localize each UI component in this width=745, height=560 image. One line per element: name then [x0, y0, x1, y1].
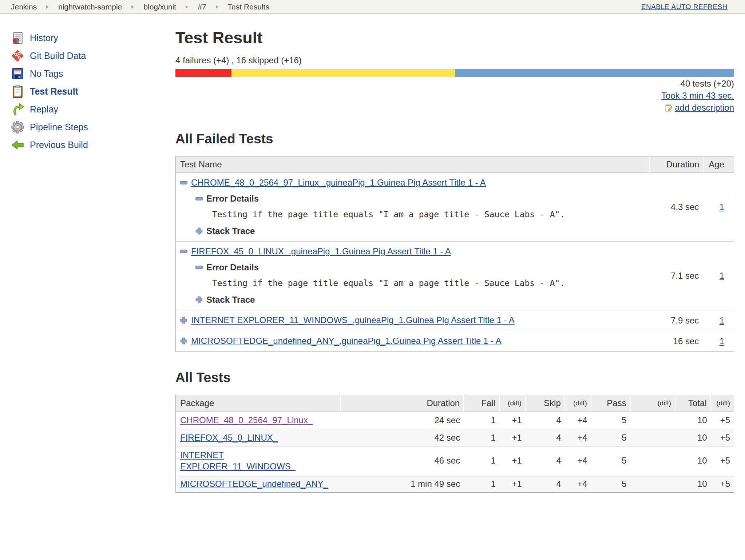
- package-link[interactable]: CHROME_48_0_2564_97_Linux_: [180, 415, 313, 425]
- sidebar-item-replay[interactable]: Replay: [11, 100, 175, 118]
- breadcrumb-item[interactable]: Test Results: [228, 3, 269, 11]
- column-header: Pass: [591, 395, 630, 412]
- expand-icon[interactable]: [180, 317, 187, 324]
- package-row: CHROME_48_0_2564_97_Linux_24 sec1+14+451…: [176, 412, 734, 429]
- breadcrumb-separator-icon: [216, 5, 218, 9]
- package-link[interactable]: INTERNET EXPLORER_11_WINDOWS_: [180, 450, 296, 471]
- failed-test-row: INTERNET EXPLORER_11_WINDOWS_.guineaPig_…: [176, 310, 734, 331]
- expand-icon[interactable]: [195, 227, 203, 235]
- duration-cell: 4.3 sec: [649, 173, 704, 242]
- failed-test-link[interactable]: CHROME_48_0_2564_97_Linux_.guineaPig_1.G…: [191, 177, 486, 188]
- failed-test-row: CHROME_48_0_2564_97_Linux_.guineaPig_1.G…: [176, 173, 734, 242]
- sidebar-item-label[interactable]: History: [30, 33, 58, 43]
- stat-cell: +1: [499, 429, 526, 446]
- clipboard-icon: [11, 85, 24, 98]
- sidebar-item-label[interactable]: Test Result: [30, 86, 78, 97]
- sidebar-item-history[interactable]: History: [11, 29, 175, 47]
- breadcrumb-separator-icon: [186, 5, 188, 9]
- stat-cell: 46 sec: [340, 446, 464, 475]
- sidebar-item-previous-build[interactable]: Previous Build: [11, 136, 175, 154]
- skipped-bar-segment: [231, 69, 455, 77]
- breadcrumb-item[interactable]: #7: [198, 3, 206, 11]
- stat-cell: +5: [711, 412, 734, 429]
- age-link[interactable]: 1: [720, 202, 724, 212]
- expand-icon[interactable]: [180, 337, 187, 345]
- sidebar-item-label[interactable]: No Tags: [30, 68, 63, 79]
- stat-cell: 42 sec: [340, 429, 464, 446]
- column-header: (diff): [499, 395, 526, 412]
- age-link[interactable]: 1: [720, 271, 724, 281]
- stat-cell: +4: [565, 412, 591, 429]
- stat-cell: 4: [526, 412, 565, 429]
- age-link[interactable]: 1: [720, 336, 724, 346]
- collapse-icon[interactable]: [195, 264, 203, 271]
- add-description-link[interactable]: add description: [675, 102, 734, 113]
- stat-cell: 24 sec: [340, 412, 464, 429]
- collapse-icon[interactable]: [180, 179, 187, 186]
- stat-cell: +4: [565, 429, 591, 446]
- previous-build-icon: [11, 138, 24, 152]
- failure-summary: 4 failures (+4) , 16 skipped (+16): [175, 55, 734, 65]
- column-header: Fail: [464, 395, 499, 412]
- stat-cell: 5: [591, 429, 630, 446]
- stat-cell: [630, 475, 675, 493]
- failed-test-link[interactable]: INTERNET EXPLORER_11_WINDOWS_.guineaPig_…: [191, 315, 515, 326]
- main-content: Test Result 4 failures (+4) , 16 skipped…: [175, 14, 745, 493]
- gear-icon: [11, 120, 24, 134]
- notepad-pencil-icon: [665, 103, 674, 112]
- stat-cell: +5: [711, 475, 734, 493]
- collapse-icon[interactable]: [180, 248, 187, 255]
- collapse-icon[interactable]: [195, 195, 203, 202]
- package-link[interactable]: FIREFOX_45_0_LINUX_: [180, 433, 278, 442]
- package-row: INTERNET EXPLORER_11_WINDOWS_46 sec1+14+…: [176, 446, 734, 475]
- took-duration-link[interactable]: Took 3 min 43 sec.: [661, 90, 734, 101]
- package-row: FIREFOX_45_0_LINUX_42 sec1+14+4510+5: [176, 429, 734, 446]
- failed-test-row: FIREFOX_45_0_LINUX_.guineaPig_1.Guinea P…: [176, 242, 734, 310]
- duration-cell: 16 sec: [649, 331, 704, 352]
- breadcrumb-item[interactable]: blog/xunit: [143, 3, 176, 11]
- replay-icon: [11, 103, 24, 116]
- column-header: (diff): [630, 395, 675, 412]
- sidebar-item-label[interactable]: Pipeline Steps: [30, 122, 88, 132]
- duration-cell: 7.1 sec: [649, 242, 704, 310]
- column-header: Package: [176, 395, 340, 412]
- breadcrumb-item[interactable]: Jenkins: [11, 3, 37, 11]
- sidebar-item-label[interactable]: Previous Build: [30, 140, 88, 150]
- git-icon: [11, 49, 24, 63]
- sidebar-item-git-build-data[interactable]: Git Build Data: [11, 47, 175, 65]
- stat-cell: +4: [565, 446, 591, 475]
- stat-cell: +5: [711, 429, 734, 446]
- package-link[interactable]: MICROSOFTEDGE_undefined_ANY_: [180, 479, 328, 489]
- breadcrumb-item[interactable]: nightwatch-sample: [58, 3, 122, 11]
- floppy-icon: [11, 67, 24, 80]
- stat-cell: 1: [464, 429, 499, 446]
- tests-count: 40 tests (+20): [175, 78, 734, 89]
- all-tests-heading: All Tests: [175, 370, 734, 385]
- breadcrumb-separator-icon: [131, 5, 134, 9]
- sidebar-item-pipeline-steps[interactable]: Pipeline Steps: [11, 118, 175, 136]
- expand-icon[interactable]: [195, 296, 203, 303]
- passed-bar-segment: [455, 69, 734, 77]
- enable-auto-refresh-link[interactable]: ENABLE AUTO REFRESH: [641, 3, 728, 11]
- stat-cell: 10: [675, 412, 711, 429]
- duration-cell: 7.9 sec: [649, 310, 704, 331]
- stat-cell: +4: [565, 475, 591, 493]
- page-title: Test Result: [175, 28, 734, 47]
- sidebar-item-label[interactable]: Replay: [30, 104, 58, 115]
- stat-cell: +1: [499, 412, 526, 429]
- age-link[interactable]: 1: [720, 315, 724, 325]
- sidebar-item-test-result[interactable]: Test Result: [11, 83, 175, 100]
- column-header: Duration: [340, 395, 464, 412]
- failed-test-link[interactable]: MICROSOFTEDGE_undefined_ANY_.guineaPig_1…: [191, 335, 501, 346]
- stat-cell: [630, 446, 675, 475]
- failed-tests-table: Test Name Duration Age CHROME_48_0_2564_…: [175, 156, 734, 352]
- failed-test-link[interactable]: FIREFOX_45_0_LINUX_.guineaPig_1.Guinea P…: [191, 246, 451, 257]
- stat-cell: 1: [464, 475, 499, 493]
- stat-cell: 4: [526, 446, 565, 475]
- sidebar-item-label[interactable]: Git Build Data: [30, 51, 86, 61]
- sidebar-item-no-tags[interactable]: No Tags: [11, 65, 175, 83]
- stat-cell: +1: [499, 475, 526, 493]
- stat-cell: 1: [464, 412, 499, 429]
- history-icon: [11, 31, 24, 45]
- column-header-test-name: Test Name: [176, 156, 650, 173]
